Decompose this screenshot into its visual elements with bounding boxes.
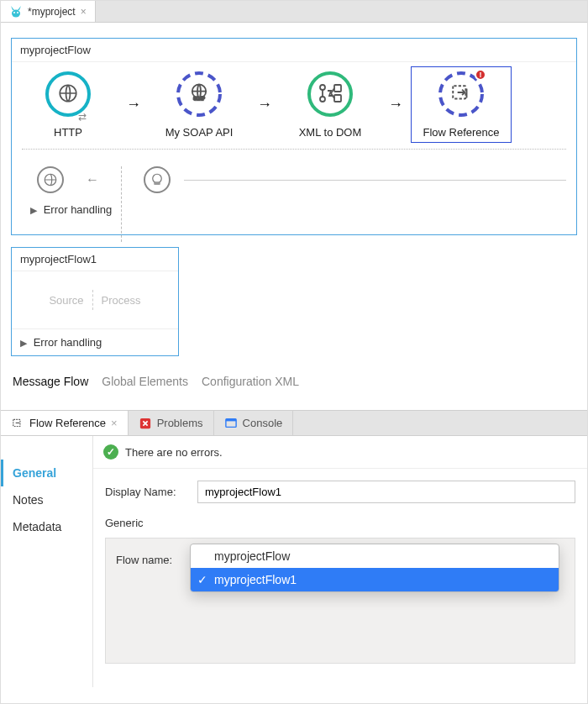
svg-point-2 [17, 12, 18, 13]
flow-title: myprojectFlow [12, 39, 576, 62]
view-tab-problems[interactable]: Problems [129, 411, 214, 435]
svg-rect-25 [225, 418, 235, 421]
dropdown-option-selected[interactable]: myprojectFlow1 [191, 568, 559, 591]
svg-point-1 [13, 12, 15, 13]
globe-soap-icon: SOAP [187, 81, 211, 108]
transform-icon [318, 82, 343, 107]
error-handling-toggle[interactable]: ▶ Error handling [22, 197, 566, 223]
arrow-icon: → [388, 96, 403, 113]
status-row: ✓ There are no errors. [93, 436, 587, 469]
globe-soap-icon [144, 166, 171, 193]
flow-title: myprojectFlow1 [12, 248, 178, 271]
sidenav-general[interactable]: General [1, 460, 92, 486]
tab-configuration-xml[interactable]: Configuration XML [202, 375, 299, 388]
view-tab-console[interactable]: Console [214, 411, 294, 435]
view-tabs: Flow Reference × Problems Console [1, 411, 587, 436]
bottom-panel: Flow Reference × Problems Console Genera… [1, 410, 587, 687]
close-icon[interactable]: × [111, 417, 118, 429]
node-http[interactable]: ⇄ HTTP [22, 71, 114, 139]
flow-name-label: Flow name: [116, 554, 172, 566]
flow-reference-icon [11, 417, 24, 430]
node-soap-label: My SOAP API [165, 126, 234, 139]
console-icon [224, 417, 238, 430]
view-tab-flow-reference[interactable]: Flow Reference × [1, 411, 129, 435]
mule-icon [9, 5, 23, 18]
sidenav-notes[interactable]: Notes [1, 486, 92, 513]
display-name-input[interactable] [197, 481, 575, 503]
arrow-icon: → [257, 96, 272, 113]
svg-point-20 [153, 174, 162, 183]
globe-icon [37, 166, 64, 193]
exchange-icon: ⇄ [78, 111, 87, 123]
dropdown-option[interactable]: myprojectFlow [191, 544, 559, 568]
svg-point-0 [12, 9, 20, 17]
node-http-label: HTTP [54, 126, 82, 139]
node-xml-to-dom[interactable]: XML to DOM [284, 71, 376, 139]
editor-tab-title: *myproject [28, 6, 76, 18]
close-icon[interactable]: × [81, 6, 87, 18]
flow-canvas: myprojectFlow ⇄ HTTP [1, 23, 587, 410]
node-soap[interactable]: SOAP My SOAP API [153, 71, 245, 139]
node-flowref-label: Flow Reference [423, 126, 499, 139]
divider-dashed [92, 290, 93, 310]
generic-section: Flow name: myprojectFlow myprojectFlow1 [105, 538, 575, 664]
editor-tab-bar: *myproject × [1, 1, 587, 23]
properties-side-nav: General Notes Metadata [1, 436, 93, 687]
node-xml-label: XML to DOM [299, 126, 362, 139]
svg-rect-13 [334, 85, 341, 92]
source-slot[interactable]: Source [49, 294, 83, 307]
globe-icon [57, 82, 79, 107]
svg-point-11 [320, 97, 325, 102]
flow-reference-icon [450, 82, 472, 107]
arrow-left-icon [184, 180, 566, 181]
flow-myprojectflow1[interactable]: myprojectFlow1 Source Process ▶ Error ha… [11, 247, 179, 356]
display-name-label: Display Name: [105, 486, 189, 498]
arrow-icon: → [126, 96, 141, 113]
problems-icon [139, 417, 152, 430]
svg-rect-14 [334, 95, 341, 102]
flow-name-dropdown[interactable]: myprojectFlow myprojectFlow1 [190, 544, 559, 592]
flow-error-path: ← [22, 163, 566, 197]
svg-point-10 [320, 85, 325, 90]
flow-myprojectflow[interactable]: myprojectFlow ⇄ HTTP [11, 38, 577, 235]
triangle-right-icon: ▶ [30, 205, 37, 216]
arrow-left-icon: ← [86, 172, 99, 187]
tab-global-elements[interactable]: Global Elements [102, 375, 188, 388]
svg-text:SOAP: SOAP [193, 97, 205, 101]
triangle-right-icon: ▶ [20, 338, 27, 349]
tab-message-flow[interactable]: Message Flow [13, 375, 88, 388]
node-flow-reference[interactable]: ! Flow Reference [415, 71, 507, 139]
editor-tab-myproject[interactable]: *myproject × [1, 1, 96, 22]
status-text: There are no errors. [125, 446, 223, 459]
process-slot[interactable]: Process [102, 294, 141, 307]
error-handling-toggle[interactable]: ▶ Error handling [12, 328, 178, 355]
section-generic-header: Generic [105, 517, 575, 529]
sidenav-metadata[interactable]: Metadata [1, 513, 92, 540]
error-badge-icon: ! [475, 69, 486, 81]
editor-bottom-tabs: Message Flow Global Elements Configurati… [11, 368, 577, 402]
check-circle-icon: ✓ [103, 444, 118, 460]
svg-rect-21 [154, 181, 160, 185]
divider-dashed [121, 166, 122, 242]
